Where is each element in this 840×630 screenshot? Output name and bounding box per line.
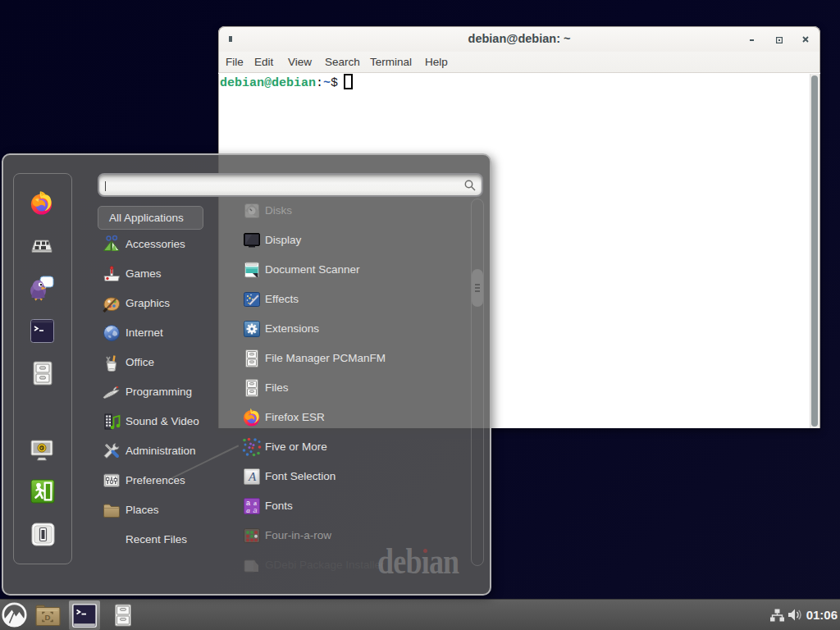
svg-text:A: A (248, 470, 257, 483)
svg-text:a: a (253, 506, 257, 514)
svg-text:D: D (45, 613, 51, 622)
svg-text:a: a (246, 506, 250, 514)
